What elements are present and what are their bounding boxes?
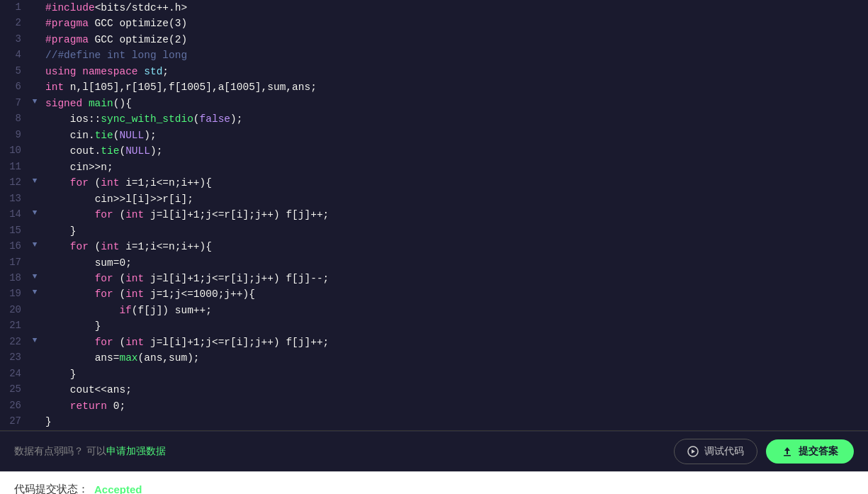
fold-gutter	[30, 414, 40, 430]
code-line: return 0;	[40, 398, 868, 414]
line-number: 13	[0, 191, 30, 207]
line-number: 23	[0, 350, 30, 366]
code-line: cin>>n;	[40, 159, 868, 175]
table-row: 14▼ for (int j=l[i]+1;j<=r[i];j++) f[j]+…	[0, 207, 868, 223]
line-number: 5	[0, 64, 30, 79]
fold-gutter[interactable]: ▼	[30, 335, 40, 350]
fold-gutter	[30, 366, 40, 382]
code-line: for (int j=l[i]+1;j<=r[i];j++) f[j]++;	[40, 207, 868, 223]
code-line: }	[40, 318, 868, 334]
fold-gutter	[30, 255, 40, 271]
debug-icon	[687, 446, 699, 457]
table-row: 20 if(f[j]) sum++;	[0, 303, 868, 318]
svg-marker-1	[692, 449, 695, 454]
debug-label: 调试代码	[704, 445, 744, 458]
table-row: 16▼ for (int i=1;i<=n;i++){	[0, 239, 868, 254]
table-row: 11 cin>>n;	[0, 159, 868, 175]
code-line: cin.tie(NULL);	[40, 128, 868, 143]
fold-gutter	[30, 0, 40, 16]
code-line: for (int i=1;i<=n;i++){	[40, 239, 868, 254]
fold-gutter	[30, 350, 40, 366]
fold-gutter	[30, 159, 40, 175]
svg-rect-2	[784, 455, 791, 456]
submit-button[interactable]: 提交答案	[766, 439, 854, 464]
table-row: 18▼ for (int j=l[i]+1;j<=r[i];j++) f[j]-…	[0, 271, 868, 286]
code-line: #pragma GCC optimize(3)	[40, 16, 868, 31]
fold-gutter[interactable]: ▼	[30, 271, 40, 286]
code-line: #include<bits/stdc++.h>	[40, 0, 868, 16]
code-line: //#define int long long	[40, 47, 868, 63]
table-row: 17 sum=0;	[0, 255, 868, 271]
data-hint: 数据有点弱吗？ 可以申请加强数据	[14, 445, 166, 458]
code-line: int n,l[105],r[105],f[1005],a[1005],sum,…	[40, 79, 868, 95]
code-line: }	[40, 414, 868, 430]
fold-gutter	[30, 191, 40, 207]
table-row: 7▼signed main(){	[0, 96, 868, 111]
code-editor: 1#include<bits/stdc++.h>2#pragma GCC opt…	[0, 0, 868, 431]
line-number: 24	[0, 366, 30, 382]
line-number: 2	[0, 16, 30, 31]
code-line: for (int i=1;i<=n;i++){	[40, 175, 868, 191]
code-line: sum=0;	[40, 255, 868, 271]
table-row: 19▼ for (int j=1;j<=1000;j++){	[0, 286, 868, 302]
table-row: 2#pragma GCC optimize(3)	[0, 16, 868, 31]
strengthen-data-link[interactable]: 申请加强数据	[106, 445, 166, 456]
table-row: 13 cin>>l[i]>>r[i];	[0, 191, 868, 207]
table-row: 21 }	[0, 318, 868, 334]
table-row: 15 }	[0, 223, 868, 239]
code-line: ios::sync_with_stdio(false);	[40, 111, 868, 127]
table-row: 1#include<bits/stdc++.h>	[0, 0, 868, 16]
fold-gutter[interactable]: ▼	[30, 286, 40, 302]
line-number: 17	[0, 255, 30, 271]
table-row: 4//#define int long long	[0, 47, 868, 63]
table-row: 9 cin.tie(NULL);	[0, 128, 868, 143]
line-number: 6	[0, 79, 30, 95]
fold-gutter	[30, 32, 40, 47]
code-line: }	[40, 223, 868, 239]
code-line: for (int j=l[i]+1;j<=r[i];j++) f[j]--;	[40, 271, 868, 286]
line-number: 12	[0, 175, 30, 191]
fold-gutter[interactable]: ▼	[30, 207, 40, 223]
table-row: 26 return 0;	[0, 398, 868, 414]
action-buttons: 调试代码 提交答案	[674, 439, 854, 464]
line-number: 11	[0, 159, 30, 175]
fold-gutter	[30, 16, 40, 31]
table-row: 22▼ for (int j=l[i]+1;j<=r[i];j++) f[j]+…	[0, 335, 868, 350]
table-row: 25 cout<<ans;	[0, 382, 868, 398]
line-number: 26	[0, 398, 30, 414]
line-number: 10	[0, 143, 30, 159]
code-line: cout<<ans;	[40, 382, 868, 398]
line-number: 1	[0, 0, 30, 16]
debug-button[interactable]: 调试代码	[674, 439, 757, 464]
fold-gutter[interactable]: ▼	[30, 239, 40, 254]
table-row: 27}	[0, 414, 868, 430]
submit-icon	[782, 446, 793, 457]
fold-gutter[interactable]: ▼	[30, 96, 40, 111]
fold-gutter	[30, 128, 40, 143]
submit-label: 提交答案	[799, 445, 838, 458]
line-number: 21	[0, 318, 30, 334]
line-number: 22	[0, 335, 30, 350]
line-number: 20	[0, 303, 30, 318]
table-row: 12▼ for (int i=1;i<=n;i++){	[0, 175, 868, 191]
fold-gutter	[30, 303, 40, 318]
code-line: if(f[j]) sum++;	[40, 303, 868, 318]
line-number: 9	[0, 128, 30, 143]
fold-gutter	[30, 79, 40, 95]
fold-gutter	[30, 223, 40, 239]
code-line: signed main(){	[40, 96, 868, 111]
code-line: cin>>l[i]>>r[i];	[40, 191, 868, 207]
table-row: 6int n,l[105],r[105],f[1005],a[1005],sum…	[0, 79, 868, 95]
line-number: 8	[0, 111, 30, 127]
code-line: #pragma GCC optimize(2)	[40, 32, 868, 47]
line-number: 19	[0, 286, 30, 302]
table-row: 5using namespace std;	[0, 64, 868, 79]
table-row: 24 }	[0, 366, 868, 382]
line-number: 7	[0, 96, 30, 111]
code-line: cout.tie(NULL);	[40, 143, 868, 159]
fold-gutter	[30, 382, 40, 398]
fold-gutter	[30, 64, 40, 79]
status-bar: 代码提交状态： Accepted	[0, 471, 868, 494]
fold-gutter	[30, 318, 40, 334]
fold-gutter[interactable]: ▼	[30, 175, 40, 191]
